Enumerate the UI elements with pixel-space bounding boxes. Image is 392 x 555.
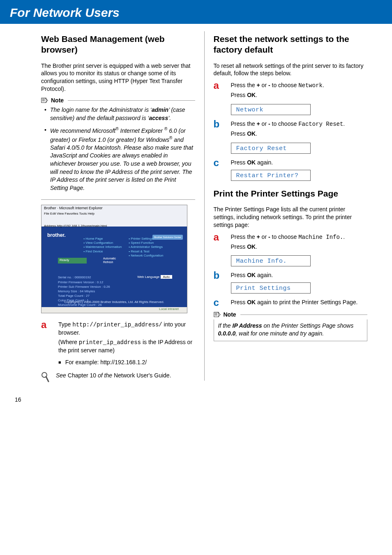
print-step-c: c Press OK again to print the Printer Se… xyxy=(214,298,368,308)
step-letter-a: a xyxy=(214,81,224,90)
note-header: Note xyxy=(41,97,195,104)
note-header-2: Note xyxy=(214,311,368,318)
note-label-2: Note xyxy=(224,311,236,318)
step-body-a: Type http://printer_ip_address/ into you… xyxy=(58,321,195,368)
screenshot-nav-links: • Home Page • View Configuration • Maint… xyxy=(74,232,163,262)
print-step-b: b Press OK again. xyxy=(214,271,368,281)
section-heading-web-based-management: Web Based Management (web browser) xyxy=(41,34,195,56)
bullet-square-icon: ■ xyxy=(58,358,61,367)
column-divider xyxy=(204,31,205,381)
reset-step-b: b Press the + or - to choose Factory Res… xyxy=(214,120,368,139)
step-letter-b: b xyxy=(214,119,224,129)
step-a-left: a Type http://printer_ip_address/ into y… xyxy=(41,321,195,368)
note-icon xyxy=(41,97,48,103)
page-body: Web Based Management (web browser) The B… xyxy=(0,24,392,391)
note-label: Note xyxy=(51,97,64,104)
lcd-network: Network xyxy=(231,104,311,115)
magnifier-icon xyxy=(41,372,49,382)
print-step-a: a Press the + or - to choose Machine Inf… xyxy=(214,233,368,252)
header-title: For Network Users xyxy=(10,6,382,20)
screenshot-window-title: Brother · Microsoft Internet Explorer xyxy=(44,206,103,210)
step-letter-a: a xyxy=(214,232,224,242)
intro-paragraph: The Brother print server is equipped wit… xyxy=(41,62,195,93)
step-letter-a: a xyxy=(41,320,51,330)
see-text: See Chapter 10 of the Network User's Gui… xyxy=(56,372,171,379)
note-box-ip: If the IP Address on the Printer Setting… xyxy=(214,319,368,341)
screenshot-address: Address http://192.168.1.2/home/main.htm… xyxy=(44,224,107,228)
left-column: Web Based Management (web browser) The B… xyxy=(41,31,195,382)
step-letter-c: c xyxy=(214,158,224,168)
reset-step-a: a Press the + or - to choose Network. Pr… xyxy=(214,81,368,101)
browser-screenshot: Brother · Microsoft Internet Explorer Fi… xyxy=(41,205,187,313)
intro-print-settings: The Printer Settings Page lists all the … xyxy=(214,206,368,229)
see-reference: See Chapter 10 of the Network User's Gui… xyxy=(41,372,195,382)
note-item-2: We recommend Microsoft® Internet Explore… xyxy=(50,126,195,192)
lcd-restart-printer: Restart Printer? xyxy=(231,170,311,181)
lcd-print-settings: Print Settings xyxy=(231,282,311,294)
screenshot-auto-refresh: Automatic Refresh xyxy=(103,257,116,264)
intro-reset: To reset all network settings of the pri… xyxy=(214,62,368,78)
right-column: Reset the network settings to the factor… xyxy=(214,31,368,382)
lcd-machine-info: Machine Info. xyxy=(231,255,311,266)
note-item-1: The login name for the Administrator is … xyxy=(50,106,195,122)
note-box: The login name for the Administrator is … xyxy=(41,106,195,200)
note-icon xyxy=(214,312,221,317)
screenshot-ready-badge: Ready xyxy=(58,258,87,264)
screenshot-brother-logo: brother. xyxy=(47,232,66,238)
screenshot-copyright: Copyright(C) 2000-2009 Brother Industrie… xyxy=(42,300,187,304)
step-letter-c: c xyxy=(214,298,224,308)
svg-line-5 xyxy=(46,377,48,382)
screenshot-web-language-label: Web Language Auto xyxy=(137,275,172,279)
section-heading-reset-network: Reset the network settings to the factor… xyxy=(214,34,368,56)
step-letter-b: b xyxy=(214,271,224,280)
reset-step-c: c Press OK again. xyxy=(214,159,368,168)
screenshot-footer: Local intranet xyxy=(42,307,187,313)
page-number: 16 xyxy=(0,391,392,403)
page-header: For Network Users xyxy=(0,0,392,24)
screenshot-menu: File Edit View Favorites Tools Help xyxy=(44,212,95,215)
section-heading-print-settings: Print the Printer Settings Page xyxy=(214,188,368,199)
example-bullet: ■ For example: http://192.168.1.2/ xyxy=(58,358,195,367)
lcd-factory-reset: Factory Reset xyxy=(231,143,311,154)
